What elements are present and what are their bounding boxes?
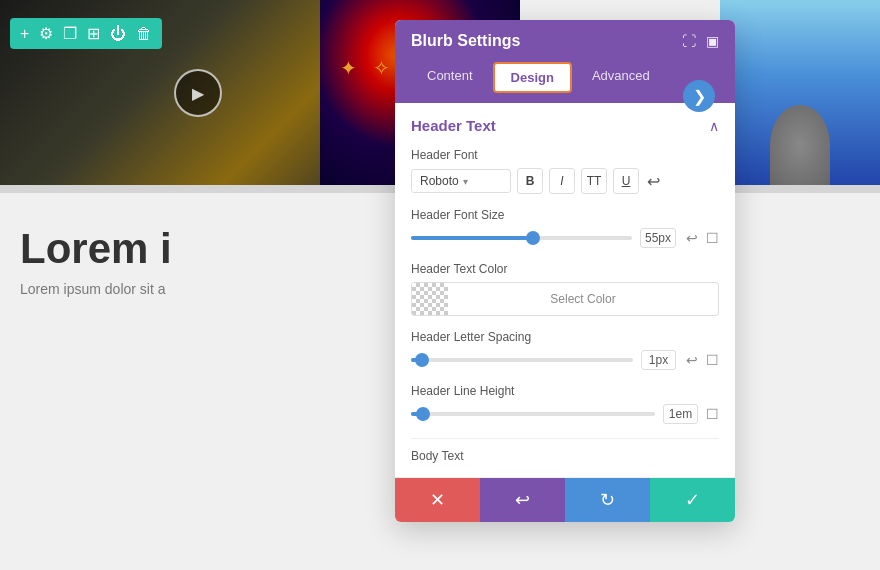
undo-icon: ↩ [515,489,530,511]
header-line-height-label: Header Line Height [411,384,719,398]
header-line-height-row: Header Line Height 1em ☐ [411,384,719,424]
color-checker-swatch[interactable] [412,283,448,315]
cancel-icon: ✕ [430,489,445,511]
font-size-device-icon[interactable]: ☐ [706,230,719,246]
undo-button[interactable]: ↩ [480,478,565,522]
letter-spacing-value[interactable]: 1px [641,350,676,370]
body-text-section-label: Body Text [411,438,719,463]
redo-button[interactable]: ↻ [565,478,650,522]
header-font-size-row: Header Font Size 55px ↩ ☐ [411,208,719,248]
line-height-device-icon[interactable]: ☐ [706,406,719,422]
font-size-value[interactable]: 55px [640,228,676,248]
panel-header: Blurb Settings ⛶ ▣ [395,20,735,62]
select-color-label[interactable]: Select Color [448,286,718,312]
panel-header-icons: ⛶ ▣ [682,33,719,49]
font-size-slider-fill [411,236,533,240]
header-letter-spacing-label: Header Letter Spacing [411,330,719,344]
header-letter-spacing-row: Header Letter Spacing 1px ↩ ☐ [411,330,719,370]
tt-button[interactable]: TT [581,168,607,194]
bold-button[interactable]: B [517,168,543,194]
expand-icon[interactable]: ⛶ [682,33,696,49]
font-reset-button[interactable]: ↩ [647,172,660,191]
lorem-content-area: Lorem i Lorem ipsum dolor sit a [0,195,400,327]
cancel-button[interactable]: ✕ [395,478,480,522]
underline-button[interactable]: U [613,168,639,194]
header-font-row: Header Font Roboto ▾ B I TT U ↩ [411,148,719,194]
font-controls: Roboto ▾ B I TT U ↩ [411,168,719,194]
font-size-slider-thumb[interactable] [526,231,540,245]
letter-spacing-slider[interactable] [411,358,633,362]
section-heading: Header Text ∧ [411,117,719,134]
font-select[interactable]: Roboto ▾ [411,169,511,193]
line-height-slider-thumb[interactable] [416,407,430,421]
tab-advanced[interactable]: Advanced [576,62,666,93]
copy-icon[interactable]: ❐ [63,24,77,43]
line-height-value[interactable]: 1em [663,404,698,424]
gear-icon[interactable]: ⚙ [39,24,53,43]
letter-spacing-slider-thumb[interactable] [415,353,429,367]
font-size-slider[interactable] [411,236,632,240]
tab-content[interactable]: Content [411,62,489,93]
top-toolbar: + ⚙ ❐ ⊞ ⏻ 🗑 [10,18,162,49]
right-arrow-button[interactable]: ❯ [683,80,715,112]
header-font-label: Header Font [411,148,719,162]
layout-icon[interactable]: ▣ [706,33,719,49]
font-size-slider-row: 55px ↩ ☐ [411,228,719,248]
save-icon: ✓ [685,489,700,511]
panel-title: Blurb Settings [411,32,520,50]
section-collapse-icon[interactable]: ∧ [709,118,719,134]
save-button[interactable]: ✓ [650,478,735,522]
letter-spacing-device-icon[interactable]: ☐ [706,352,719,368]
letter-spacing-slider-row: 1px ↩ ☐ [411,350,719,370]
font-select-arrow-icon: ▾ [463,176,468,187]
font-size-reset-icon[interactable]: ↩ [686,230,698,246]
power-icon[interactable]: ⏻ [110,25,126,43]
panel-footer: ✕ ↩ ↻ ✓ [395,477,735,522]
line-height-slider-row: 1em ☐ [411,404,719,424]
color-picker-row: Select Color [411,282,719,316]
panel-body: Header Text ∧ Header Font Roboto ▾ B I T… [395,103,735,477]
header-font-size-label: Header Font Size [411,208,719,222]
letter-spacing-reset-icon[interactable]: ↩ [686,352,698,368]
italic-button[interactable]: I [549,168,575,194]
grid-icon[interactable]: ⊞ [87,24,100,43]
ferris-wheel-image [720,0,880,185]
header-text-color-label: Header Text Color [411,262,719,276]
section-title: Header Text [411,117,496,134]
lorem-body: Lorem ipsum dolor sit a [20,281,380,297]
plus-icon[interactable]: + [20,25,29,43]
trash-icon[interactable]: 🗑 [136,25,152,43]
tab-design[interactable]: Design [493,62,572,93]
line-height-slider[interactable] [411,412,655,416]
redo-icon: ↻ [600,489,615,511]
lorem-title: Lorem i [20,225,380,273]
header-text-color-row: Header Text Color Select Color [411,262,719,316]
